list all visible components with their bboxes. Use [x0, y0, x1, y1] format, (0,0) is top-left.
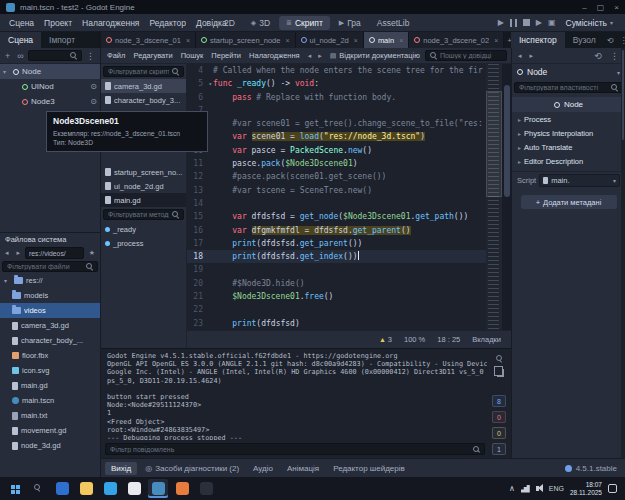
code-text[interactable]: var dfdsfsd = get_node($Node3Dscene01.ge… [213, 210, 511, 223]
code-minimap[interactable] [486, 64, 502, 330]
fs-item-character_body_[interactable]: character_body_... [0, 333, 100, 348]
line-number-11[interactable]: 11 [187, 157, 213, 170]
script-item-startup_screen_no[interactable]: startup_screen_no... [101, 165, 186, 179]
code-editor[interactable]: 4# Called when the node enters the scene… [187, 64, 511, 348]
code-text[interactable]: pasce.pack($Node3Dscene01) [213, 157, 511, 170]
visibility-eye-icon[interactable]: ⊙ [90, 97, 97, 106]
output-filter-field[interactable] [110, 446, 470, 453]
code-text[interactable] [213, 197, 511, 210]
line-number-14[interactable]: 14 [187, 197, 213, 210]
visibility-eye-icon[interactable]: ⊙ [90, 82, 97, 91]
tab-close-icon[interactable]: × [399, 37, 403, 44]
line-number-12[interactable]: 12 [187, 170, 213, 183]
scene-tab-ui_node_2d[interactable]: ui_node_2d× [296, 32, 364, 48]
method-filter-field[interactable] [108, 211, 169, 218]
inspector-section-editor-description[interactable]: ▸Editor Description [512, 154, 625, 168]
fs-back-button[interactable]: ◂ [2, 249, 12, 257]
inspector-section-auto-translate[interactable]: ▸Auto Translate [512, 140, 625, 154]
add-scene-tab-button[interactable]: + [504, 32, 511, 48]
copy-output-icon[interactable] [497, 369, 504, 377]
line-number-5[interactable]: 5▾ [187, 77, 213, 90]
add-node-button[interactable]: + [2, 51, 13, 61]
output-filter-warnings[interactable]: 0 [492, 427, 506, 439]
output-filter-messages[interactable]: 8 [492, 395, 506, 407]
code-line-11[interactable]: 11 pasce.pack($Node3Dscene01) [187, 157, 511, 170]
script-menu-2[interactable]: Пошук [177, 49, 208, 62]
volume-icon[interactable] [536, 486, 539, 491]
notification-center-icon[interactable] [608, 484, 617, 493]
code-line-10[interactable]: 10 var pasce = PackedScene.new() [187, 144, 511, 157]
code-line-6[interactable]: 6 pass # Replace with function body. [187, 91, 511, 104]
scene-filter-field[interactable] [33, 52, 67, 59]
script-history-forward-icon[interactable]: ▸ [315, 52, 325, 60]
workspace-tab-2d[interactable]: ▱2D [209, 16, 242, 30]
script-history-back-icon[interactable]: ◂ [305, 52, 315, 60]
dock-history-icon[interactable]: ⟲ [604, 32, 617, 48]
zoom-level[interactable]: 100 % [404, 335, 425, 344]
fs-item-movement-gd[interactable]: movement.gd [0, 423, 100, 438]
inspector-node-selector[interactable]: Node ▾ [512, 64, 625, 80]
fs-item-res[interactable]: ▾res:// [0, 273, 100, 288]
dock-menu-icon[interactable]: ⋮ [617, 32, 625, 48]
taskbar-app-3[interactable] [124, 479, 144, 498]
line-number-22[interactable]: 22 [187, 303, 213, 316]
bottom-panel-0[interactable]: Вихід [105, 462, 137, 475]
minimize-button[interactable]: – [582, 3, 586, 12]
help-search-input[interactable] [425, 50, 507, 61]
inspector-scrollbar-thumb[interactable] [622, 50, 624, 140]
fs-item-main-gd[interactable]: main.gd [0, 378, 100, 393]
code-text[interactable]: var pasce = PackedScene.new() [213, 144, 511, 157]
code-text[interactable]: #var tscene = SceneTree.new() [213, 184, 511, 197]
script-item-ui_node_2d-gd[interactable]: ui_node_2d.gd [101, 179, 186, 193]
tab-close-icon[interactable]: × [285, 37, 289, 44]
taskbar-app-4[interactable] [148, 479, 168, 498]
code-text[interactable]: pass # Replace with function body. [213, 91, 511, 104]
fs-forward-button[interactable]: ▸ [14, 249, 24, 257]
code-text[interactable] [213, 104, 511, 117]
open-docs-button[interactable]: ▤ Відкрити документацію [326, 51, 424, 60]
script-filter-field[interactable] [108, 68, 169, 75]
line-number-17[interactable]: 17 [187, 237, 213, 250]
code-line-14[interactable]: 14 [187, 197, 511, 210]
scene-node-node3[interactable]: Node3⊙ [0, 94, 100, 109]
dock-tab-right-0[interactable]: Інспектор [511, 32, 565, 48]
workspace-tab-assetlib[interactable]: AssetLib [370, 16, 417, 30]
chevron-down-icon[interactable]: ▾ [3, 68, 10, 75]
code-line-13[interactable]: 13 #var tscene = SceneTree.new() [187, 184, 511, 197]
line-number-4[interactable]: 4 [187, 64, 213, 77]
renderer-selector[interactable]: Сумісність ▾ [562, 17, 617, 29]
script-menu-3[interactable]: Перейти [207, 49, 245, 62]
code-text[interactable]: # Called when the node enters the scene … [213, 64, 511, 77]
code-text[interactable]: print(dfdsfsd.get_parent()) [213, 237, 511, 250]
workspace-tab-2[interactable]: ≣Скрипт [279, 16, 330, 30]
code-text[interactable]: $Node3Dscene01.free() [213, 290, 511, 303]
script-menu-1[interactable]: Редагувати [129, 49, 176, 62]
code-line-12[interactable]: 12 #pasce.pack(scene01.get_scene()) [187, 170, 511, 183]
code-line-17[interactable]: 17 print(dfdsfsd.get_parent()) [187, 237, 511, 250]
inspector-history-icon[interactable]: ⟲ [591, 51, 605, 61]
inspector-filter-field[interactable] [519, 84, 608, 91]
fs-item-main-tscn[interactable]: main.tscn [0, 393, 100, 408]
bottom-panel-3[interactable]: Анімація [281, 462, 325, 475]
menubar-item-0[interactable]: Сцена [4, 16, 39, 30]
inspector-forward-icon[interactable]: ▸ [527, 52, 537, 60]
script-value-chip[interactable]: main. ▾ [539, 174, 620, 187]
scene-tab-node_3_dscene_01[interactable]: node_3_dscene_01× [101, 32, 196, 48]
fs-item-camera_3d-gd[interactable]: camera_3d.gd [0, 318, 100, 333]
warnings-indicator[interactable]: ▲ 3 [379, 335, 392, 344]
bottom-panel-4[interactable]: Редактор шейдерів [327, 462, 411, 475]
line-number-20[interactable]: 20 [187, 277, 213, 290]
line-number-23[interactable]: 23 [187, 317, 213, 330]
script-item-character_body_3[interactable]: character_body_3... [101, 93, 186, 107]
language-indicator[interactable]: ENG [549, 485, 564, 492]
taskbar-app-6[interactable] [196, 479, 216, 498]
script-property-row[interactable]: Script main. ▾ [512, 171, 625, 189]
dock-tab-right-1[interactable]: Вузол [565, 32, 604, 48]
fs-filter-input[interactable] [2, 261, 98, 272]
code-scrollbar[interactable] [502, 64, 511, 330]
workspace-tab-3[interactable]: ▶Гра [332, 16, 368, 30]
fs-item-models[interactable]: models [0, 288, 100, 303]
method-item-_process[interactable]: _process [101, 236, 186, 250]
taskbar-clock[interactable]: 18:07 28.11.2025 [570, 481, 602, 497]
line-number-13[interactable]: 13 [187, 184, 213, 197]
